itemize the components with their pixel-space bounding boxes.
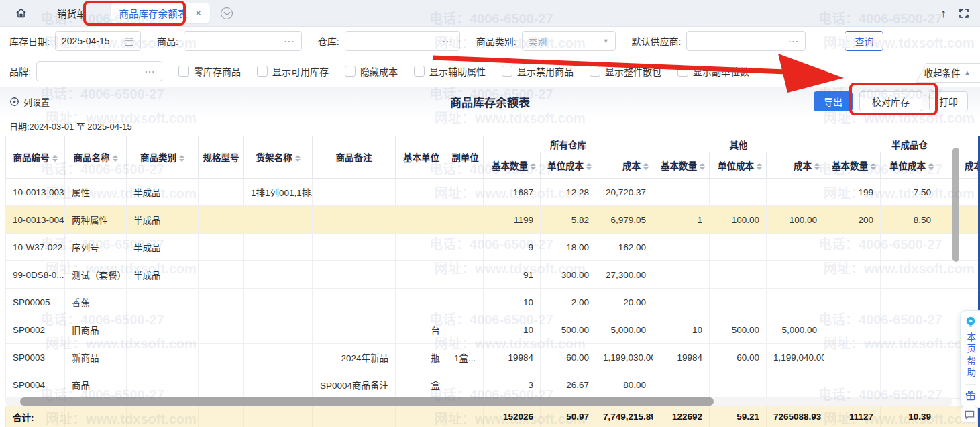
- table-cell[interactable]: [447, 234, 484, 261]
- table-cell[interactable]: 10-0013-003: [6, 179, 65, 206]
- column-header[interactable]: 基本数量: [824, 152, 881, 179]
- fullscreen-icon[interactable]: [959, 8, 969, 19]
- table-cell[interactable]: SP00005: [6, 289, 65, 316]
- sort-icon[interactable]: [586, 163, 592, 170]
- ellipsis-icon[interactable]: ···: [443, 36, 453, 46]
- table-cell[interactable]: [199, 179, 244, 206]
- checkbox-icon[interactable]: [414, 66, 425, 77]
- table-cell[interactable]: 序列号: [65, 234, 127, 261]
- table-cell[interactable]: 10: [484, 289, 541, 316]
- table-cell[interactable]: [767, 234, 824, 261]
- table-cell[interactable]: SP0003: [6, 344, 65, 371]
- column-header[interactable]: 商品类别: [127, 136, 199, 179]
- table-cell[interactable]: 91: [484, 261, 541, 289]
- table-cell[interactable]: SP0002: [6, 316, 65, 344]
- filter-checkbox[interactable]: 显示辅助属性: [414, 64, 486, 78]
- sort-icon[interactable]: [871, 163, 876, 170]
- table-cell[interactable]: 台: [396, 316, 447, 344]
- sort-icon[interactable]: [531, 163, 536, 170]
- column-settings-button[interactable]: 列设置: [9, 95, 50, 108]
- table-cell[interactable]: 6,979.05: [596, 206, 653, 234]
- table-cell[interactable]: 10-W37-022: [6, 234, 65, 261]
- default-supplier-input[interactable]: ···: [686, 31, 806, 51]
- table-cell[interactable]: 1,199,030.00: [596, 344, 653, 371]
- table-cell[interactable]: 2.00: [541, 289, 596, 316]
- sort-icon[interactable]: [814, 163, 820, 170]
- table-cell[interactable]: 7.50: [881, 179, 938, 206]
- table-cell[interactable]: [447, 289, 484, 316]
- help-panel[interactable]: 本页帮助: [960, 310, 980, 408]
- column-header[interactable]: 成本: [767, 152, 824, 179]
- table-cell[interactable]: [710, 179, 767, 206]
- verify-stock-button[interactable]: 校对库存: [859, 91, 922, 111]
- table-cell[interactable]: 12.28: [541, 179, 596, 206]
- table-cell[interactable]: [396, 206, 447, 234]
- table-cell[interactable]: [396, 289, 447, 316]
- table-cell[interactable]: [710, 234, 767, 261]
- column-header[interactable]: 规格型号: [199, 136, 244, 179]
- table-cell[interactable]: 500.00: [541, 316, 596, 344]
- table-cell[interactable]: [244, 206, 313, 234]
- table-cell[interactable]: [313, 289, 396, 316]
- filter-checkbox[interactable]: 显示副单位数: [677, 64, 749, 78]
- table-cell[interactable]: [313, 179, 396, 206]
- table-cell[interactable]: [127, 289, 199, 316]
- table-cell[interactable]: [447, 206, 484, 234]
- column-header[interactable]: 货架名称: [244, 136, 313, 179]
- table-cell[interactable]: [199, 316, 244, 344]
- table-cell[interactable]: [199, 234, 244, 261]
- query-button[interactable]: 查询: [845, 31, 883, 51]
- table-cell[interactable]: [824, 261, 881, 289]
- table-cell[interactable]: 半成品: [127, 206, 199, 234]
- table-cell[interactable]: 99-0DS8-0...: [6, 261, 65, 289]
- sort-icon[interactable]: [113, 155, 118, 162]
- table-cell[interactable]: [881, 344, 938, 371]
- table-cell[interactable]: 1: [653, 206, 710, 234]
- home-icon[interactable]: [13, 6, 28, 21]
- table-cell[interactable]: 两种属性: [65, 206, 127, 234]
- checkbox-icon[interactable]: [345, 66, 356, 77]
- table-cell[interactable]: 199: [824, 179, 881, 206]
- table-cell[interactable]: [127, 371, 199, 399]
- table-cell[interactable]: 10-0013-004: [6, 206, 65, 234]
- table-cell[interactable]: [653, 289, 710, 316]
- inventory-date-input[interactable]: [55, 31, 141, 51]
- column-header[interactable]: 基本单位: [396, 136, 447, 179]
- tab-inventory-balance[interactable]: 商品库存余额表 ×: [111, 3, 211, 23]
- table-cell[interactable]: 5,000.00: [767, 316, 824, 344]
- table-cell[interactable]: 80.00: [596, 371, 653, 399]
- table-cell[interactable]: [244, 234, 313, 261]
- table-cell[interactable]: 1199: [484, 206, 541, 234]
- table-cell[interactable]: 162.00: [596, 234, 653, 261]
- column-header[interactable]: 单位成本: [710, 152, 767, 179]
- table-cell[interactable]: [244, 289, 313, 316]
- table-cell[interactable]: 2024年新品: [313, 344, 396, 371]
- table-cell[interactable]: [396, 234, 447, 261]
- table-cell[interactable]: 500.00: [710, 316, 767, 344]
- table-cell[interactable]: 香蕉: [65, 289, 127, 316]
- table-cell[interactable]: 300.00: [541, 261, 596, 289]
- vertical-scrollbar-thumb[interactable]: [952, 148, 959, 262]
- table-cell[interactable]: [313, 261, 396, 289]
- table-cell[interactable]: [313, 316, 396, 344]
- table-cell[interactable]: 瓶: [396, 344, 447, 371]
- close-icon[interactable]: ×: [195, 8, 201, 19]
- table-cell[interactable]: [824, 344, 881, 371]
- table-cell[interactable]: [127, 344, 199, 371]
- table-cell[interactable]: 盒: [396, 371, 447, 399]
- checkbox-icon[interactable]: [590, 66, 600, 77]
- column-header[interactable]: 基本数量: [484, 152, 541, 179]
- table-cell[interactable]: 3: [484, 371, 541, 399]
- table-cell[interactable]: 60.00: [710, 344, 767, 371]
- filter-checkbox[interactable]: 显示整件散包: [590, 64, 661, 78]
- print-button[interactable]: 打印: [929, 91, 968, 111]
- table-cell[interactable]: 26.67: [541, 371, 596, 399]
- table-cell[interactable]: SP0004: [6, 371, 65, 399]
- collapse-conditions-tab[interactable]: 收起条件 ▲: [914, 63, 980, 82]
- table-cell[interactable]: 新商品: [65, 344, 127, 371]
- feedback-button[interactable]: [961, 406, 978, 423]
- table-cell[interactable]: [199, 371, 244, 399]
- table-row[interactable]: 10-0013-004两种属性半成品11995.826,979.051100.0…: [6, 206, 980, 234]
- table-cell[interactable]: 19984: [484, 344, 541, 371]
- table-cell[interactable]: 旧商品: [65, 316, 127, 344]
